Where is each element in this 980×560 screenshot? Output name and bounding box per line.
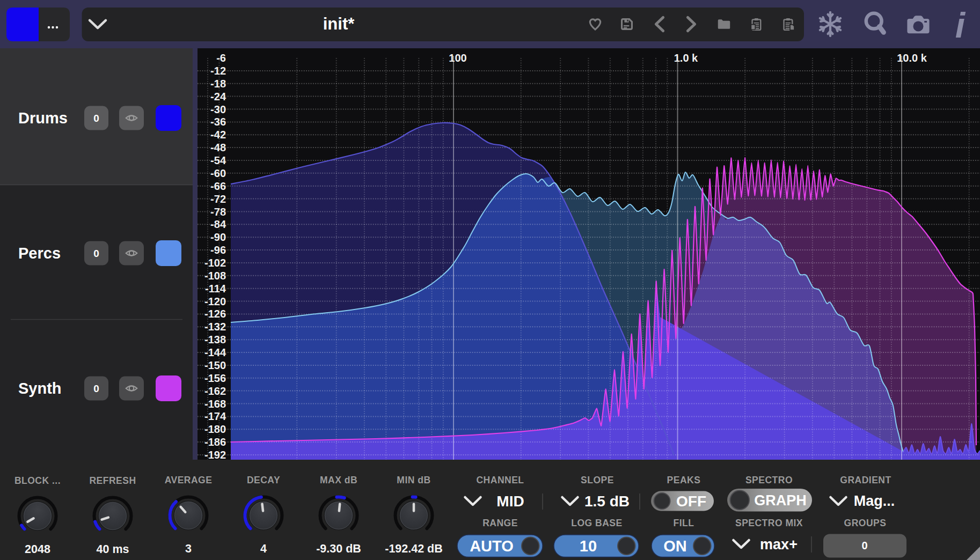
svg-text:-36: -36 (210, 116, 226, 128)
svg-text:SPECTRO: SPECTRO (745, 475, 793, 485)
svg-text:SLOPE: SLOPE (581, 475, 614, 485)
svg-text:-48: -48 (210, 142, 226, 153)
svg-text:max+: max+ (760, 536, 798, 552)
svg-text:-192.42 dB: -192.42 dB (385, 542, 443, 555)
svg-text:SPECTRO MIX: SPECTRO MIX (735, 518, 803, 528)
svg-text:-96: -96 (210, 244, 226, 256)
svg-text:-102: -102 (204, 257, 226, 269)
svg-text:RANGE: RANGE (482, 518, 518, 528)
svg-text:10.0 k: 10.0 k (897, 52, 927, 64)
svg-text:FILL: FILL (674, 518, 694, 528)
svg-text:40 ms: 40 ms (97, 543, 129, 556)
svg-text:-42: -42 (210, 129, 226, 141)
svg-text:CHANNEL: CHANNEL (476, 475, 524, 485)
svg-text:AVERAGE: AVERAGE (165, 475, 213, 485)
svg-text:-156: -156 (204, 372, 226, 384)
svg-text:-6: -6 (216, 52, 226, 64)
svg-text:-168: -168 (204, 398, 226, 410)
svg-text:-144: -144 (204, 347, 226, 358)
svg-text:-90: -90 (210, 231, 226, 243)
svg-text:-18: -18 (210, 78, 226, 90)
svg-text:MIN dB: MIN dB (397, 475, 430, 485)
svg-text:Drums: Drums (18, 109, 68, 127)
svg-text:DECAY: DECAY (247, 475, 280, 485)
svg-text:10: 10 (580, 537, 597, 555)
svg-text:-186: -186 (204, 436, 226, 448)
svg-text:i: i (955, 5, 966, 45)
svg-text:3: 3 (185, 542, 192, 555)
svg-text:PEAKS: PEAKS (667, 475, 701, 485)
svg-text:-60: -60 (210, 167, 226, 179)
svg-text:1.5 dB: 1.5 dB (584, 493, 630, 510)
svg-text:GROUPS: GROUPS (844, 518, 887, 528)
svg-text:0: 0 (93, 248, 99, 259)
svg-text:0: 0 (861, 540, 867, 551)
svg-text:-30: -30 (210, 104, 226, 115)
svg-text:ON: ON (663, 537, 687, 555)
svg-text:-162: -162 (204, 385, 226, 397)
svg-text:-150: -150 (204, 359, 226, 371)
svg-text:REFRESH: REFRESH (89, 475, 136, 486)
svg-text:2048: 2048 (25, 543, 50, 556)
svg-text:-126: -126 (204, 308, 226, 320)
svg-text:-132: -132 (204, 321, 226, 333)
svg-text:-192: -192 (204, 449, 226, 460)
svg-text:-180: -180 (204, 423, 226, 435)
svg-text:init*: init* (323, 14, 355, 33)
svg-text:-78: -78 (210, 206, 226, 218)
svg-text:100: 100 (449, 52, 466, 64)
svg-text:MAX dB: MAX dB (320, 475, 357, 485)
svg-text:-114: -114 (205, 283, 226, 294)
svg-text:MID: MID (496, 493, 524, 510)
svg-text:4: 4 (260, 542, 267, 555)
svg-text:BLOCK ...: BLOCK ... (14, 475, 61, 486)
svg-text:LOG BASE: LOG BASE (571, 518, 622, 528)
svg-text:-54: -54 (210, 154, 226, 166)
svg-text:-108: -108 (204, 270, 226, 282)
svg-text:0: 0 (93, 113, 99, 124)
svg-text:GRAPH: GRAPH (754, 492, 807, 509)
svg-text:AUTO: AUTO (470, 537, 514, 555)
svg-text:-72: -72 (210, 193, 226, 205)
svg-text:-66: -66 (210, 180, 226, 192)
svg-text:Mag...: Mag... (854, 493, 895, 509)
svg-text:-12: -12 (210, 65, 226, 77)
svg-text:Synth: Synth (18, 380, 62, 397)
svg-text:Percs: Percs (18, 245, 61, 262)
svg-text:-174: -174 (204, 410, 226, 422)
svg-text:-24: -24 (210, 91, 226, 102)
svg-text:OFF: OFF (676, 493, 706, 510)
svg-text:-84: -84 (210, 218, 226, 230)
svg-text:1.0 k: 1.0 k (674, 52, 698, 64)
svg-text:-9.30 dB: -9.30 dB (316, 542, 361, 555)
svg-text:-120: -120 (204, 296, 226, 307)
svg-text:-138: -138 (204, 334, 226, 345)
svg-text:0: 0 (93, 383, 99, 394)
svg-text:GRADIENT: GRADIENT (840, 475, 891, 485)
